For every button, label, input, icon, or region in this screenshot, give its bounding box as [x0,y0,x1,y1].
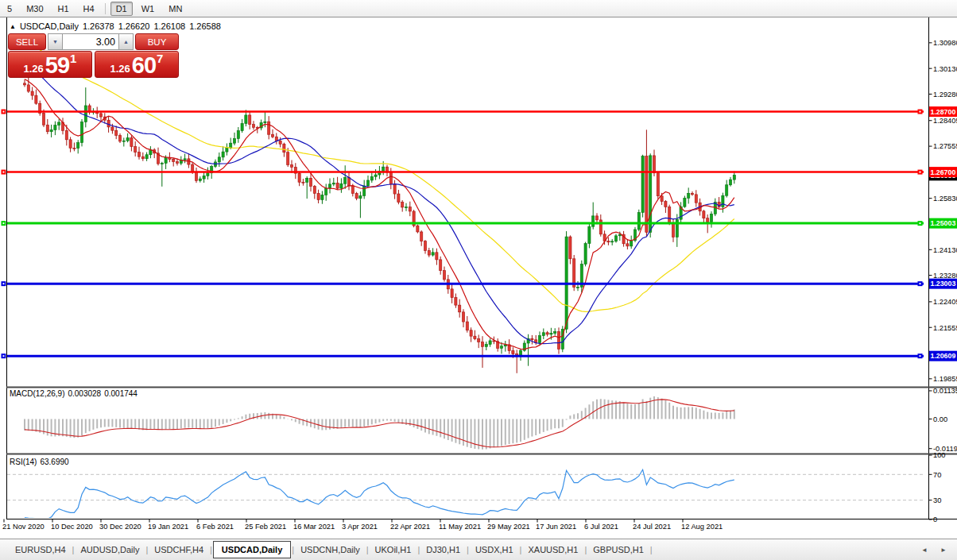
level-tag-1.23003-text: 1.23003 [931,280,956,288]
trading-terminal-window: 5M30H1H4D1W1MN 1.265881.287001.267001.25… [0,0,957,560]
date-tick-label: 19 Jan 2021 [148,523,188,531]
tab-usdx[interactable]: USDX,H1 [470,542,519,558]
toolbar-separator [105,3,106,14]
tab-audusd[interactable]: AUDUSD,Daily [75,542,145,558]
macd-name: MACD(12,26,9) [10,389,64,398]
level-tag-1.28700-text: 1.28700 [931,108,956,116]
tab-eurusd[interactable]: EURUSD,H4 [10,542,72,558]
spin-up-icon: ▲ [123,39,129,44]
volume-decrease-button[interactable]: ▼ [48,33,63,50]
ma-fast-line [25,79,734,350]
timeframe-toolbar: 5M30H1H4D1W1MN [0,0,957,17]
price-tick-label: 1.19855 [933,375,957,383]
ask-price-prefix: 1.26 [110,61,130,76]
tab-xauusd[interactable]: XAUUSD,H1 [522,542,583,558]
date-tick-label: 3 Apr 2021 [342,523,378,531]
date-tick-label: 6 Feb 2021 [196,523,234,531]
macd-separator [6,387,957,388]
price-tick-label: 1.30130 [933,65,957,73]
tab-usdcnh[interactable]: USDCNH,Daily [295,542,366,558]
tab-scroll-arrows[interactable]: ◄ ► [921,546,952,554]
date-tick-label: 6 Jul 2021 [584,523,618,531]
macd-histogram [25,396,734,450]
tab-dj30[interactable]: DJ30,H1 [420,542,466,558]
rsi-tick-label: 30 [933,496,941,504]
ask-price-pip: 7 [157,52,163,65]
date-tick-label: 25 Feb 2021 [245,523,286,531]
timeframe-button-m30[interactable]: M30 [21,2,48,16]
rsi-tick-label: 70 [933,471,941,479]
tab-separator: | [584,545,587,554]
price-tick-label: 1.24130 [933,246,957,254]
symbol-title: USDCAD,Daily [20,21,79,31]
tab-separator: | [210,545,212,554]
date-tick-label: 12 Aug 2021 [681,523,723,531]
date-tick-label: 17 Jun 2021 [536,523,576,531]
volume-input[interactable] [63,33,118,50]
tab-usdcad[interactable]: USDCAD,Daily [213,541,291,558]
rsi-value: 63.6990 [40,458,68,466]
price-tick-label: 1.23280 [933,272,957,280]
symbol-tab-bar: EURUSD,H4|AUDUSD,Daily|USDCHF,H4|USDCAD,… [0,539,957,560]
rsi-separator [6,454,957,455]
timeframe-button-w1[interactable]: W1 [136,2,161,16]
price-tick-label: 1.25830 [933,195,957,203]
level-tag-1.20609-text: 1.20609 [931,352,956,360]
bid-price-pip: 1 [70,52,76,65]
timeframe-button-mn[interactable]: MN [163,2,188,16]
rsi-tick-label: 100 [933,451,946,459]
rsi-line [25,469,734,519]
rsi-indicator-label: RSI(14)63.6990 [10,458,72,466]
tab-gbpusd[interactable]: GBPUSD,H1 [587,542,649,558]
tab-separator: | [650,545,653,554]
date-tick-label: 16 Mar 2021 [293,523,335,531]
macd-tick-label: 0.01135 [933,387,957,395]
sell-button[interactable]: SELL [8,33,46,50]
level-tag-1.26700-text: 1.26700 [931,168,956,176]
candles-layer [23,78,735,373]
date-tick-label: 24 Jul 2021 [633,523,671,531]
volume-increase-button[interactable]: ▲ [118,33,134,50]
price-tick-label: 1.27555 [933,142,957,150]
timeframe-button-5[interactable]: 5 [2,2,17,16]
ask-price-box[interactable]: 1.26 60 7 [95,51,179,78]
ohlc-high: 1.26620 [118,21,150,31]
bid-price-box[interactable]: 1.26 59 1 [8,51,92,78]
buy-button[interactable]: BUY [135,33,179,50]
date-tick-label: 21 Nov 2020 [2,523,45,531]
date-tick-label: 22 Apr 2021 [390,523,430,531]
price-tick-label: 1.28405 [933,117,957,125]
timeframe-button-d1[interactable]: D1 [110,2,133,16]
price-tick-label: 1.22405 [933,298,957,306]
date-tick-label: 10 Dec 2020 [51,523,93,531]
ohlc-open: 1.26378 [83,21,114,31]
price-tick-label: 1.29280 [933,91,957,98]
tab-separator: | [366,545,369,554]
one-click-trade-panel: SELL ▼ ▲ BUY 1.26 59 1 1.26 60 7 [8,33,179,78]
level-tag-1.25003-text: 1.25003 [931,219,956,227]
tab-separator: | [292,545,294,554]
spin-down-icon: ▼ [52,39,58,44]
tab-separator: | [467,545,469,554]
price-tick-label: 1.30980 [933,39,957,47]
tab-separator: | [145,545,148,554]
ohlc-close: 1.26588 [189,21,221,31]
tab-separator: | [72,545,75,554]
macd-value-main: 0.003028 [68,389,101,398]
bid-price-prefix: 1.26 [24,61,44,76]
tab-usdchf[interactable]: USDCHF,H4 [149,542,209,558]
tab-ukoil[interactable]: UKOil,H1 [370,542,417,558]
chart-canvas[interactable]: 1.265881.287001.267001.250031.230031.206… [0,0,957,560]
date-tick-label: 29 May 2021 [487,523,530,531]
rsi-name: RSI(14) [10,458,37,466]
chart-header: ▲USDCAD,Daily1.263781.266201.261081.2658… [10,21,225,31]
collapse-triangle-icon[interactable]: ▲ [10,23,16,30]
timeframe-button-h4[interactable]: H4 [78,2,100,16]
macd-value-signal: 0.001744 [104,389,138,398]
ohlc-low: 1.26108 [153,21,185,31]
rsi-tick-label: 0 [933,516,937,523]
macd-indicator-label: MACD(12,26,9)0.0030280.001744 [10,389,141,398]
date-tick-label: 30 Dec 2020 [99,523,141,531]
date-tick-label: 11 May 2021 [439,523,481,531]
timeframe-button-h1[interactable]: H1 [52,2,75,16]
